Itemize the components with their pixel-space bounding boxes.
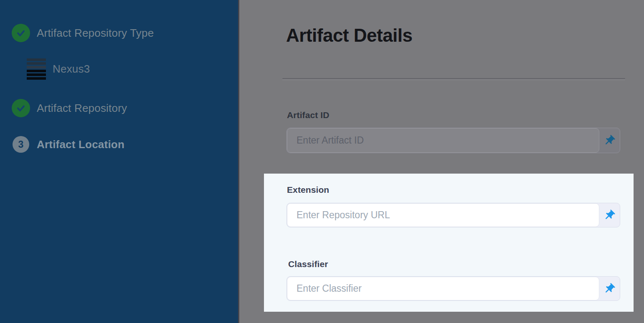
extension-pin-button[interactable] [598,203,620,227]
extension-input[interactable] [287,203,599,227]
sidebar-item-nexus3[interactable]: Nexus3 [27,58,90,79]
pushpin-icon [603,283,616,295]
step-label: Artifact Repository Type [37,27,154,40]
artifact-id-field-group [287,128,620,153]
artifact-wizard-window: Artifact Repository Type Nexus3 Artifact… [0,0,644,323]
step-complete-badge [12,24,30,42]
classifier-input[interactable] [287,277,599,300]
pushpin-icon [603,134,616,147]
classifier-field-group [287,276,620,301]
step-number-badge: 3 [12,136,30,153]
sidebar-item-artifact-repository[interactable]: Artifact Repository [12,99,127,117]
check-icon [12,24,30,42]
step-number: 3 [13,136,29,153]
classifier-pin-button[interactable] [598,277,620,300]
nexus3-stack-icon [27,58,46,80]
section-divider [282,78,625,79]
pushpin-icon [603,209,616,222]
tour-spotlight-region: Extension Classifier [264,174,634,312]
step-label: Artifact Location [37,138,124,151]
step-label: Artifact Repository [37,102,127,115]
sidebar-item-artifact-repository-type[interactable]: Artifact Repository Type [12,24,154,42]
artifact-id-input[interactable] [287,128,599,153]
check-icon [12,99,30,117]
artifact-id-pin-button[interactable] [598,128,620,153]
classifier-label: Classifier [288,259,328,269]
extension-field-group [287,203,620,227]
step-complete-badge [12,99,30,117]
artifact-id-label: Artifact ID [287,110,329,120]
selected-repo-type-label: Nexus3 [53,63,90,76]
sidebar-item-artifact-location[interactable]: 3 Artifact Location [12,136,124,153]
page-title: Artifact Details [286,25,413,46]
extension-label: Extension [287,185,329,195]
wizard-steps-sidebar: Artifact Repository Type Nexus3 Artifact… [0,0,239,323]
